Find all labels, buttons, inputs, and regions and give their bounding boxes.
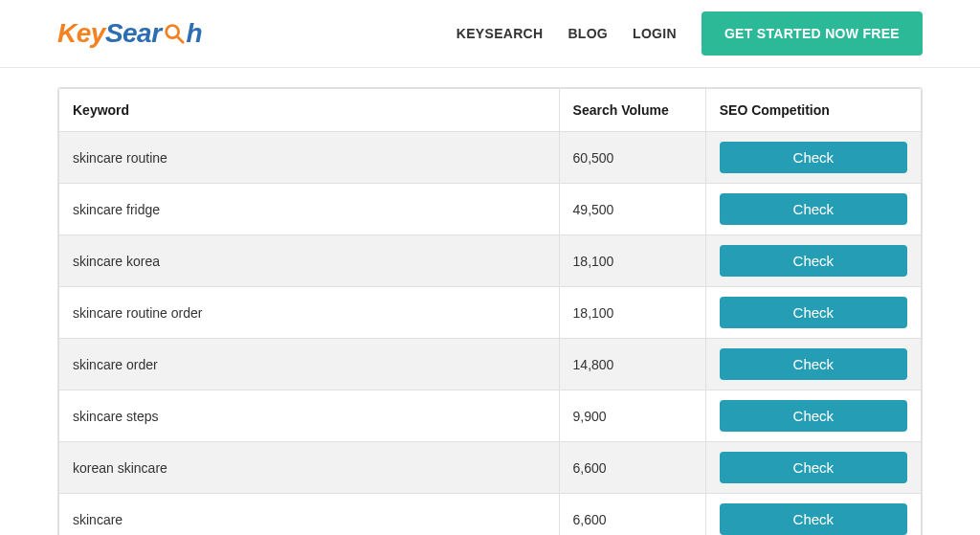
nav-blog[interactable]: BLOG bbox=[568, 26, 608, 41]
logo[interactable]: KeySearh bbox=[57, 18, 202, 49]
check-button[interactable]: Check bbox=[720, 503, 907, 535]
nav-login[interactable]: LOGIN bbox=[633, 26, 677, 41]
cell-volume: 6,600 bbox=[559, 494, 705, 536]
cell-keyword: skincare steps bbox=[59, 390, 560, 442]
cell-volume: 9,900 bbox=[559, 390, 705, 442]
cell-volume: 18,100 bbox=[559, 235, 705, 287]
cell-keyword: korean skincare bbox=[59, 442, 560, 494]
cell-seo: Check bbox=[705, 184, 921, 235]
cell-keyword: skincare korea bbox=[59, 235, 560, 287]
svg-line-1 bbox=[177, 37, 183, 43]
table-row: korean skincare6,600Check bbox=[59, 442, 922, 494]
header-right: KEYSEARCH BLOG LOGIN GET STARTED NOW FRE… bbox=[457, 11, 923, 56]
cell-seo: Check bbox=[705, 390, 921, 442]
keyword-table-wrapper: Keyword Search Volume SEO Competition sk… bbox=[57, 87, 923, 535]
main-content: Keyword Search Volume SEO Competition sk… bbox=[0, 68, 980, 535]
table-row: skincare steps9,900Check bbox=[59, 390, 922, 442]
table-row: skincare routine order18,100Check bbox=[59, 287, 922, 339]
cell-seo: Check bbox=[705, 132, 921, 184]
cell-volume: 60,500 bbox=[559, 132, 705, 184]
cell-keyword: skincare routine bbox=[59, 132, 560, 184]
check-button[interactable]: Check bbox=[720, 348, 907, 380]
table-row: skincare routine60,500Check bbox=[59, 132, 922, 184]
logo-key-text: Key bbox=[57, 18, 105, 49]
nav-keysearch[interactable]: KEYSEARCH bbox=[457, 26, 544, 41]
header: KeySearh KEYSEARCH BLOG LOGIN GET STARTE… bbox=[0, 0, 980, 68]
cell-keyword: skincare fridge bbox=[59, 184, 560, 235]
header-keyword: Keyword bbox=[59, 89, 560, 132]
table-row: skincare fridge49,500Check bbox=[59, 184, 922, 235]
cell-keyword: skincare order bbox=[59, 339, 560, 390]
keyword-table: Keyword Search Volume SEO Competition sk… bbox=[58, 88, 922, 535]
cell-seo: Check bbox=[705, 339, 921, 390]
cell-keyword: skincare routine order bbox=[59, 287, 560, 339]
cell-volume: 18,100 bbox=[559, 287, 705, 339]
cell-volume: 14,800 bbox=[559, 339, 705, 390]
logo-magnifier-icon bbox=[163, 22, 186, 45]
table-row: skincare korea18,100Check bbox=[59, 235, 922, 287]
cell-seo: Check bbox=[705, 494, 921, 536]
check-button[interactable]: Check bbox=[720, 400, 907, 432]
cell-seo: Check bbox=[705, 287, 921, 339]
check-button[interactable]: Check bbox=[720, 142, 907, 173]
cta-get-started-button[interactable]: GET STARTED NOW FREE bbox=[702, 11, 923, 56]
cell-seo: Check bbox=[705, 235, 921, 287]
check-button[interactable]: Check bbox=[720, 297, 907, 328]
check-button[interactable]: Check bbox=[720, 193, 907, 225]
check-button[interactable]: Check bbox=[720, 452, 907, 483]
logo-h-text: h bbox=[187, 18, 203, 49]
cell-keyword: skincare bbox=[59, 494, 560, 536]
table-row: skincare6,600Check bbox=[59, 494, 922, 536]
svg-point-0 bbox=[166, 26, 178, 38]
cell-seo: Check bbox=[705, 442, 921, 494]
header-seo: SEO Competition bbox=[705, 89, 921, 132]
cell-volume: 6,600 bbox=[559, 442, 705, 494]
table-row: skincare order14,800Check bbox=[59, 339, 922, 390]
logo-sear-text: Sear bbox=[105, 18, 162, 49]
cell-volume: 49,500 bbox=[559, 184, 705, 235]
header-volume: Search Volume bbox=[559, 89, 705, 132]
check-button[interactable]: Check bbox=[720, 245, 907, 277]
